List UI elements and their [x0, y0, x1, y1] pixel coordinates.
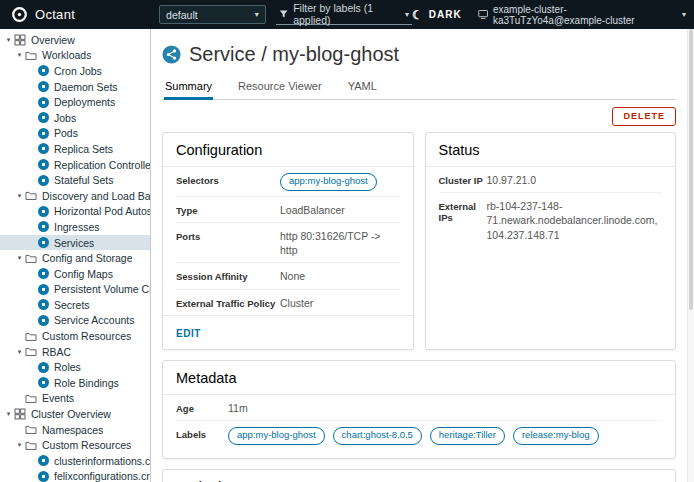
sidebar-item-label: clusterinformations.crd.projec: [54, 455, 150, 467]
folder-icon: [25, 393, 37, 404]
sidebar-item-replication-controllers[interactable]: Replication Controllers: [0, 157, 150, 173]
summary-cards-row: Configuration Selectors app:my-blog-ghos…: [162, 132, 676, 350]
configuration-card: Configuration Selectors app:my-blog-ghos…: [162, 132, 414, 350]
filter-text: Filter by labels (1 applied): [293, 2, 405, 26]
overview-icon: [14, 34, 26, 46]
folder-icon: [25, 331, 37, 342]
sidebar-item-custom-resources[interactable]: Custom Resources: [0, 328, 150, 344]
sidebar-item-ingresses[interactable]: Ingresses: [0, 219, 150, 235]
chevron-down-icon[interactable]: ▾: [14, 254, 25, 262]
external-traffic-policy-row: External Traffic Policy Cluster: [176, 290, 400, 315]
sidebar-item-service-accounts[interactable]: Service Accounts: [0, 313, 150, 329]
sidebar-item-secrets[interactable]: Secrets: [0, 297, 150, 313]
sidebar-item-felixconfigurations[interactable]: felixconfigurations.crd.proje: [0, 469, 150, 482]
horizontal-pod-autoscalers-icon: [38, 206, 49, 217]
chevron-down-icon[interactable]: ▾: [14, 348, 25, 356]
ports-row: Ports http 80:31626/TCP -> http: [176, 223, 400, 263]
sidebar-item-deployments[interactable]: Deployments: [0, 94, 150, 110]
sidebar-item-cron-jobs[interactable]: Cron Jobs: [0, 63, 150, 79]
scrollbar-thumb[interactable]: [689, 29, 693, 310]
page-title: Service / my-blog-ghost: [189, 43, 399, 66]
sidebar-item-label: Daemon Sets: [54, 81, 118, 93]
replica-sets-icon: [38, 143, 49, 154]
sidebar-item-label: Cluster Overview: [31, 408, 111, 420]
label-chip: chart:ghost-8.0.5: [333, 427, 422, 445]
sidebar-item-persistent-volume-claims[interactable]: Persistent Volume Claims: [0, 282, 150, 298]
sidebar-item-jobs[interactable]: Jobs: [0, 110, 150, 126]
sidebar-item-horizontal-pod-autoscalers[interactable]: Horizontal Pod Autoscalers: [0, 204, 150, 220]
label-filter-input[interactable]: Filter by labels (1 applied) ▾: [276, 4, 412, 25]
folder-icon: [25, 50, 37, 61]
chevron-down-icon[interactable]: ▾: [3, 410, 14, 418]
edit-link[interactable]: EDIT: [176, 328, 201, 339]
type-value: LoadBalancer: [280, 203, 400, 217]
chevron-down-icon[interactable]: ▾: [3, 36, 14, 44]
vertical-scrollbar[interactable]: [687, 29, 694, 482]
actions-row: DELETE: [162, 107, 676, 126]
sidebar-item-workloads[interactable]: ▾Workloads: [0, 48, 150, 64]
label-chip: app:my-blog-ghost: [228, 427, 325, 445]
sidebar-item-roles[interactable]: Roles: [0, 359, 150, 375]
namespace-select[interactable]: default ▾: [159, 5, 266, 24]
selectors-label: Selectors: [176, 173, 280, 191]
secrets-icon: [38, 299, 49, 310]
sidebar-item-daemon-sets[interactable]: Daemon Sets: [0, 79, 150, 95]
sidebar-item-overview[interactable]: ▾Overview: [0, 32, 150, 48]
chevron-down-icon[interactable]: ▾: [14, 51, 25, 59]
metadata-title: Metadata: [163, 361, 675, 395]
sidebar-item-services[interactable]: Services: [0, 235, 150, 251]
delete-button[interactable]: DELETE: [612, 107, 676, 126]
sidebar-item-cluster-overview[interactable]: ▾Cluster Overview: [0, 406, 150, 422]
status-card: Status Cluster IP 10.97.21.0 External IP…: [425, 132, 677, 350]
type-label: Type: [176, 203, 280, 217]
theme-toggle[interactable]: ☾ DARK: [412, 9, 462, 21]
sidebar-item-rbac[interactable]: ▾RBAC: [0, 344, 150, 360]
chevron-down-icon: ▾: [255, 10, 259, 19]
sidebar-item-config-and-storage[interactable]: ▾Config and Storage: [0, 250, 150, 266]
sidebar-nav: ▾Overview ▾Workloads Cron Jobs Daemon Se…: [0, 29, 151, 482]
custom-resource-icon: [38, 471, 49, 482]
sidebar-item-label: Ingresses: [54, 221, 100, 233]
app-header: Octant default ▾ Filter by labels (1 app…: [0, 0, 694, 29]
context-selector[interactable]: example-cluster-ka3TuTzYo4a@example-clus…: [478, 4, 686, 26]
sidebar-item-label: Replication Controllers: [54, 159, 150, 171]
sidebar-item-label: Workloads: [42, 49, 91, 61]
cron-jobs-icon: [38, 65, 49, 76]
tab-summary[interactable]: Summary: [164, 77, 213, 100]
sidebar-item-events[interactable]: Events: [0, 391, 150, 407]
sidebar-item-discovery-and-load-balancing[interactable]: ▾Discovery and Load Balancing: [0, 188, 150, 204]
sidebar-item-pods[interactable]: Pods: [0, 126, 150, 142]
external-ips-row: External IPs rb-104-237-148-71.newark.no…: [439, 193, 663, 247]
sidebar-item-label: Discovery and Load Balancing: [42, 190, 150, 202]
endpoints-title: Endpoints: [163, 470, 675, 482]
sidebar-item-clusterinformations[interactable]: clusterinformations.crd.projec: [0, 453, 150, 469]
chevron-down-icon[interactable]: ▾: [14, 441, 25, 449]
sidebar-item-config-maps[interactable]: Config Maps: [0, 266, 150, 282]
tab-yaml[interactable]: YAML: [347, 77, 378, 99]
sidebar-item-label: Pods: [54, 127, 78, 139]
folder-icon: [25, 190, 37, 201]
sidebar-item-stateful-sets[interactable]: Stateful Sets: [0, 172, 150, 188]
filter-icon: [279, 9, 288, 19]
sidebar-item-label: Deployments: [54, 96, 115, 108]
label-chip: release:my-blog: [513, 427, 599, 445]
sidebar-item-namespaces[interactable]: Namespaces: [0, 422, 150, 438]
sidebar-item-label: Custom Resources: [42, 439, 131, 451]
ports-label: Ports: [176, 229, 280, 257]
config-maps-icon: [38, 268, 49, 279]
label-chip: heritage:Tiller: [430, 427, 505, 445]
sidebar-item-replica-sets[interactable]: Replica Sets: [0, 141, 150, 157]
octant-logo-icon: [11, 6, 28, 23]
sidebar-item-cluster-custom-resources[interactable]: ▾Custom Resources: [0, 437, 150, 453]
chevron-down-icon[interactable]: ▾: [14, 192, 25, 200]
age-row: Age 11m: [176, 395, 662, 421]
tab-bar: Summary Resource Viewer YAML: [162, 77, 676, 100]
tab-resource-viewer[interactable]: Resource Viewer: [237, 77, 323, 99]
session-affinity-row: Session Affinity None: [176, 263, 400, 289]
external-ips-label: External IPs: [439, 199, 487, 242]
sidebar-item-role-bindings[interactable]: Role Bindings: [0, 375, 150, 391]
selector-chip: app:my-blog-ghost: [280, 173, 377, 191]
sidebar-item-label: felixconfigurations.crd.proje: [54, 470, 150, 482]
sidebar-item-label: RBAC: [42, 346, 71, 358]
cluster-ip-value: 10.97.21.0: [487, 173, 663, 187]
